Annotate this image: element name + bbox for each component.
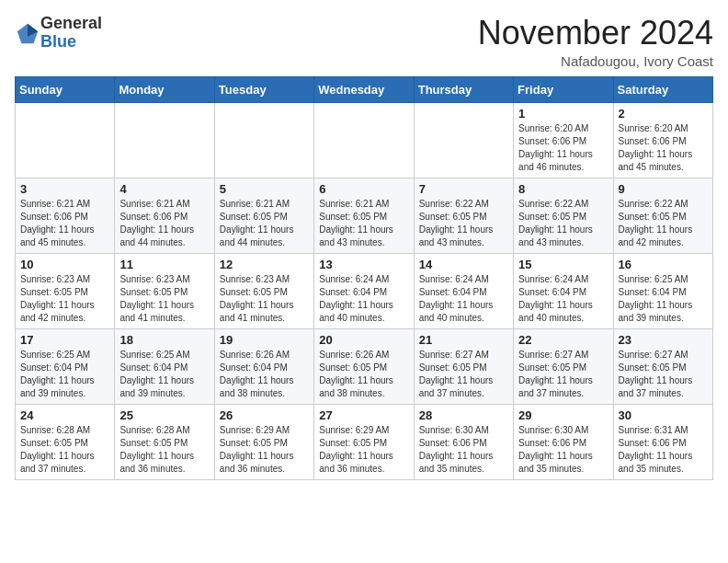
calendar-week-row: 10Sunrise: 6:23 AM Sunset: 6:05 PM Dayli… (16, 253, 713, 328)
day-number: 28 (419, 408, 508, 422)
day-info: Sunrise: 6:30 AM Sunset: 6:06 PM Dayligh… (419, 424, 508, 476)
calendar-day-cell: 14Sunrise: 6:24 AM Sunset: 6:04 PM Dayli… (414, 253, 513, 328)
day-number: 13 (319, 258, 408, 271)
day-number: 30 (619, 408, 708, 422)
day-number: 10 (20, 258, 109, 271)
calendar-day-cell (115, 102, 214, 178)
logo: General Blue (15, 15, 102, 52)
day-info: Sunrise: 6:23 AM Sunset: 6:05 PM Dayligh… (220, 273, 309, 325)
header: General Blue November 2024 Nafadougou, I… (15, 15, 713, 69)
calendar-day-cell: 10Sunrise: 6:23 AM Sunset: 6:05 PM Dayli… (16, 253, 115, 328)
day-number: 14 (419, 258, 508, 271)
day-info: Sunrise: 6:23 AM Sunset: 6:05 PM Dayligh… (20, 273, 109, 325)
day-info: Sunrise: 6:29 AM Sunset: 6:05 PM Dayligh… (220, 424, 309, 476)
calendar-day-cell: 6Sunrise: 6:21 AM Sunset: 6:05 PM Daylig… (314, 178, 414, 253)
location: Nafadougou, Ivory Coast (478, 53, 713, 69)
day-number: 12 (220, 258, 309, 271)
calendar-day-cell: 29Sunrise: 6:30 AM Sunset: 6:06 PM Dayli… (514, 404, 613, 479)
calendar-week-row: 24Sunrise: 6:28 AM Sunset: 6:05 PM Dayli… (16, 404, 713, 479)
weekday-header: Friday (514, 76, 613, 102)
calendar-day-cell: 25Sunrise: 6:28 AM Sunset: 6:05 PM Dayli… (115, 404, 214, 479)
day-number: 18 (119, 333, 209, 347)
calendar-day-cell: 21Sunrise: 6:27 AM Sunset: 6:05 PM Dayli… (414, 328, 513, 404)
day-number: 27 (319, 408, 408, 422)
weekday-header: Saturday (613, 76, 712, 102)
day-info: Sunrise: 6:28 AM Sunset: 6:05 PM Dayligh… (20, 424, 109, 476)
day-info: Sunrise: 6:24 AM Sunset: 6:04 PM Dayligh… (419, 273, 508, 325)
calendar-day-cell: 9Sunrise: 6:22 AM Sunset: 6:05 PM Daylig… (613, 178, 712, 253)
day-number: 19 (220, 333, 309, 347)
calendar-day-cell: 18Sunrise: 6:25 AM Sunset: 6:04 PM Dayli… (115, 328, 214, 404)
calendar-day-cell: 15Sunrise: 6:24 AM Sunset: 6:04 PM Dayli… (514, 253, 613, 328)
day-number: 17 (20, 333, 109, 347)
day-number: 21 (419, 333, 508, 347)
day-info: Sunrise: 6:25 AM Sunset: 6:04 PM Dayligh… (119, 349, 209, 400)
page: General Blue November 2024 Nafadougou, I… (0, 0, 728, 489)
calendar-day-cell: 27Sunrise: 6:29 AM Sunset: 6:05 PM Dayli… (314, 404, 414, 479)
calendar-day-cell: 8Sunrise: 6:22 AM Sunset: 6:05 PM Daylig… (514, 178, 613, 253)
calendar-day-cell: 13Sunrise: 6:24 AM Sunset: 6:04 PM Dayli… (314, 253, 414, 328)
calendar-day-cell: 24Sunrise: 6:28 AM Sunset: 6:05 PM Dayli… (16, 404, 115, 479)
calendar-day-cell: 26Sunrise: 6:29 AM Sunset: 6:05 PM Dayli… (214, 404, 313, 479)
day-info: Sunrise: 6:25 AM Sunset: 6:04 PM Dayligh… (20, 349, 109, 400)
calendar-day-cell: 16Sunrise: 6:25 AM Sunset: 6:04 PM Dayli… (613, 253, 712, 328)
day-info: Sunrise: 6:29 AM Sunset: 6:05 PM Dayligh… (319, 424, 408, 476)
calendar: SundayMondayTuesdayWednesdayThursdayFrid… (15, 76, 713, 480)
logo-text: General Blue (40, 15, 102, 52)
calendar-day-cell: 2Sunrise: 6:20 AM Sunset: 6:06 PM Daylig… (613, 102, 712, 178)
day-number: 29 (518, 408, 608, 422)
calendar-day-cell: 3Sunrise: 6:21 AM Sunset: 6:06 PM Daylig… (16, 178, 115, 253)
day-number: 1 (518, 107, 608, 121)
day-info: Sunrise: 6:21 AM Sunset: 6:05 PM Dayligh… (319, 198, 408, 249)
title-area: November 2024 Nafadougou, Ivory Coast (478, 15, 713, 69)
day-info: Sunrise: 6:22 AM Sunset: 6:05 PM Dayligh… (518, 198, 608, 249)
day-info: Sunrise: 6:27 AM Sunset: 6:05 PM Dayligh… (419, 349, 508, 400)
day-number: 11 (119, 258, 209, 271)
weekday-header: Monday (115, 76, 214, 102)
day-number: 15 (518, 258, 608, 271)
day-info: Sunrise: 6:22 AM Sunset: 6:05 PM Dayligh… (419, 198, 508, 249)
calendar-day-cell: 22Sunrise: 6:27 AM Sunset: 6:05 PM Dayli… (514, 328, 613, 404)
calendar-day-cell: 1Sunrise: 6:20 AM Sunset: 6:06 PM Daylig… (514, 102, 613, 178)
calendar-day-cell: 19Sunrise: 6:26 AM Sunset: 6:04 PM Dayli… (214, 328, 313, 404)
day-number: 8 (518, 182, 608, 196)
weekday-header: Sunday (16, 76, 115, 102)
day-number: 22 (518, 333, 608, 347)
day-info: Sunrise: 6:25 AM Sunset: 6:04 PM Dayligh… (619, 273, 708, 325)
calendar-day-cell: 30Sunrise: 6:31 AM Sunset: 6:06 PM Dayli… (613, 404, 712, 479)
calendar-header-row: SundayMondayTuesdayWednesdayThursdayFrid… (16, 76, 713, 102)
day-info: Sunrise: 6:21 AM Sunset: 6:06 PM Dayligh… (20, 198, 109, 249)
day-number: 24 (20, 408, 109, 422)
day-info: Sunrise: 6:27 AM Sunset: 6:05 PM Dayligh… (518, 349, 608, 400)
month-title: November 2024 (478, 15, 713, 52)
day-info: Sunrise: 6:20 AM Sunset: 6:06 PM Dayligh… (518, 122, 608, 174)
weekday-header: Thursday (414, 76, 513, 102)
calendar-day-cell: 28Sunrise: 6:30 AM Sunset: 6:06 PM Dayli… (414, 404, 513, 479)
day-info: Sunrise: 6:23 AM Sunset: 6:05 PM Dayligh… (119, 273, 209, 325)
day-info: Sunrise: 6:22 AM Sunset: 6:05 PM Dayligh… (619, 198, 708, 249)
day-info: Sunrise: 6:26 AM Sunset: 6:05 PM Dayligh… (319, 349, 408, 400)
calendar-day-cell: 23Sunrise: 6:27 AM Sunset: 6:05 PM Dayli… (613, 328, 712, 404)
day-number: 20 (319, 333, 408, 347)
calendar-day-cell: 12Sunrise: 6:23 AM Sunset: 6:05 PM Dayli… (214, 253, 313, 328)
logo-general-text: General (40, 15, 102, 33)
day-info: Sunrise: 6:24 AM Sunset: 6:04 PM Dayligh… (319, 273, 408, 325)
calendar-day-cell: 17Sunrise: 6:25 AM Sunset: 6:04 PM Dayli… (16, 328, 115, 404)
day-info: Sunrise: 6:26 AM Sunset: 6:04 PM Dayligh… (220, 349, 309, 400)
logo-icon (15, 21, 40, 47)
day-number: 3 (20, 182, 109, 196)
day-number: 26 (220, 408, 309, 422)
day-info: Sunrise: 6:27 AM Sunset: 6:05 PM Dayligh… (619, 349, 708, 400)
day-info: Sunrise: 6:31 AM Sunset: 6:06 PM Dayligh… (619, 424, 708, 476)
day-number: 16 (619, 258, 708, 271)
day-number: 23 (619, 333, 708, 347)
calendar-day-cell: 5Sunrise: 6:21 AM Sunset: 6:05 PM Daylig… (214, 178, 313, 253)
calendar-day-cell: 7Sunrise: 6:22 AM Sunset: 6:05 PM Daylig… (414, 178, 513, 253)
day-info: Sunrise: 6:28 AM Sunset: 6:05 PM Dayligh… (119, 424, 209, 476)
logo-blue-text: Blue (40, 33, 102, 52)
calendar-day-cell: 20Sunrise: 6:26 AM Sunset: 6:05 PM Dayli… (314, 328, 414, 404)
day-number: 9 (619, 182, 708, 196)
day-number: 25 (119, 408, 209, 422)
calendar-day-cell (414, 102, 513, 178)
calendar-day-cell: 4Sunrise: 6:21 AM Sunset: 6:06 PM Daylig… (115, 178, 214, 253)
